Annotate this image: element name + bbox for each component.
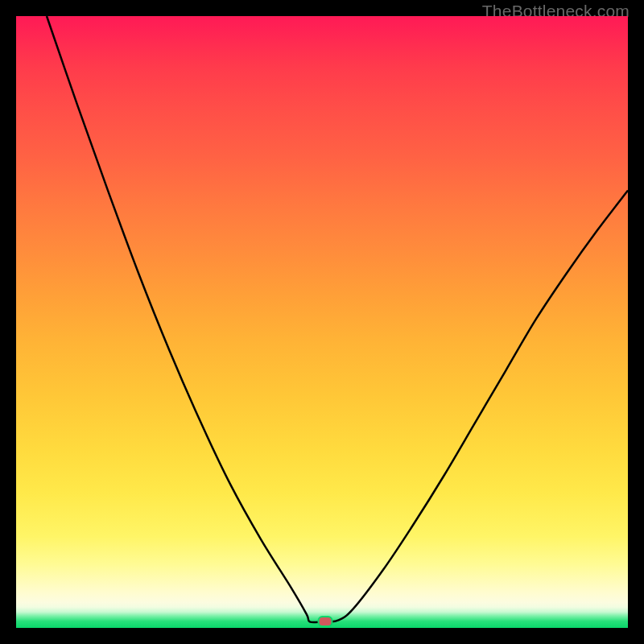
plot-area <box>16 16 628 628</box>
curve-svg <box>16 16 628 628</box>
bottleneck-chart: TheBottleneck.com <box>0 0 644 644</box>
bottleneck-curve-path <box>47 16 628 622</box>
optimal-marker <box>317 616 332 627</box>
